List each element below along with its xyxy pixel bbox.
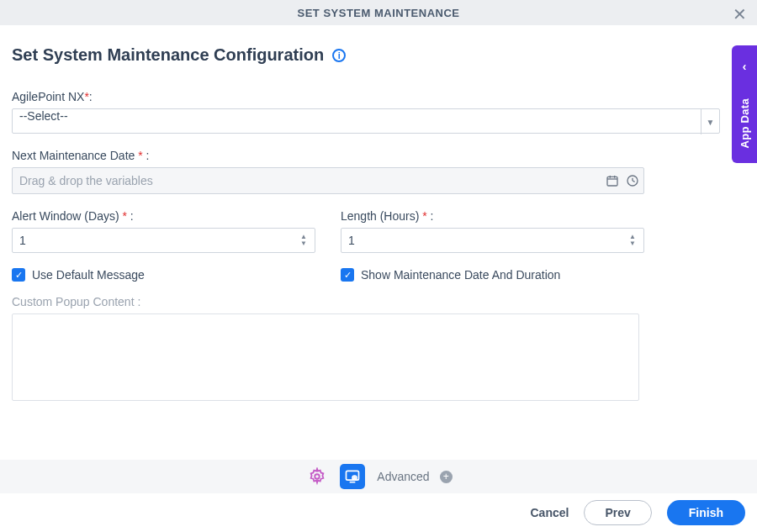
next-date-input[interactable]: Drag & drop the variables xyxy=(12,167,644,194)
dialog-header: SET SYSTEM MAINTENANCE ✕ xyxy=(0,0,757,25)
clock-icon[interactable] xyxy=(625,173,640,188)
step-system-icon[interactable] xyxy=(340,464,365,489)
cancel-button[interactable]: Cancel xyxy=(530,506,569,519)
spinner-down-icon[interactable]: ▼ xyxy=(629,240,641,247)
info-icon[interactable]: i xyxy=(332,49,346,62)
length-field: Length (Hours) * : ▲ ▼ xyxy=(341,209,644,253)
page-heading: Set System Maintenance Configuration i xyxy=(12,45,745,65)
use-default-field: ✓ Use Default Message xyxy=(12,268,315,282)
show-duration-checkbox[interactable]: ✓ xyxy=(341,268,354,282)
svg-point-10 xyxy=(315,474,320,479)
page-title: Set System Maintenance Configuration xyxy=(12,45,324,65)
app-data-side-tab[interactable]: ‹ App Data xyxy=(732,45,757,163)
alert-window-input[interactable] xyxy=(12,228,315,253)
agilepoint-select-value: --Select-- xyxy=(19,109,68,123)
finish-button[interactable]: Finish xyxy=(667,500,745,525)
side-tab-label: App Data xyxy=(738,98,751,148)
next-date-label: Next Maintenance Date * : xyxy=(12,149,745,162)
use-default-checkbox[interactable]: ✓ xyxy=(12,268,25,282)
show-duration-label: Show Maintenance Date And Duration xyxy=(361,268,560,282)
next-date-placeholder: Drag & drop the variables xyxy=(19,174,605,187)
dialog-title: SET SYSTEM MAINTENANCE xyxy=(297,7,459,19)
custom-popup-field: Custom Popup Content : xyxy=(12,295,745,403)
custom-popup-textarea[interactable] xyxy=(12,313,639,401)
alert-window-spinners: ▲ ▼ xyxy=(300,229,312,251)
advanced-add-button[interactable]: + xyxy=(440,471,453,483)
svg-rect-0 xyxy=(607,176,617,186)
length-input[interactable] xyxy=(341,228,644,253)
stepper-bar: Advanced + xyxy=(0,460,757,493)
length-label: Length (Hours) * : xyxy=(341,209,644,223)
show-duration-field: ✓ Show Maintenance Date And Duration xyxy=(341,268,644,282)
use-default-label: Use Default Message xyxy=(32,268,145,282)
close-icon[interactable]: ✕ xyxy=(733,4,747,24)
svg-line-9 xyxy=(633,181,635,182)
alert-window-field: Alert Window (Days) * : ▲ ▼ xyxy=(12,209,315,253)
alert-window-label: Alert Window (Days) * : xyxy=(12,209,315,223)
svg-point-14 xyxy=(354,477,356,479)
numeric-row: Alert Window (Days) * : ▲ ▼ Length (Hour… xyxy=(12,209,644,253)
next-date-field: Next Maintenance Date * : Drag & drop th… xyxy=(12,149,745,194)
custom-popup-label: Custom Popup Content : xyxy=(12,295,745,308)
chevron-left-icon: ‹ xyxy=(743,60,747,73)
length-spinners: ▲ ▼ xyxy=(629,229,641,251)
chevron-down-icon: ▼ xyxy=(701,109,719,134)
prev-button[interactable]: Prev xyxy=(584,500,651,525)
checkbox-row: ✓ Use Default Message ✓ Show Maintenance… xyxy=(12,268,644,282)
advanced-label: Advanced xyxy=(377,470,429,483)
footer: Cancel Prev Finish xyxy=(0,493,757,532)
step-settings-icon[interactable] xyxy=(304,464,330,489)
agilepoint-field: AgilePoint NX*: --Select-- ▼ + xyxy=(12,90,745,134)
content-area: Set System Maintenance Configuration i A… xyxy=(0,25,757,403)
agilepoint-label: AgilePoint NX*: xyxy=(12,90,745,103)
calendar-icon[interactable] xyxy=(605,173,620,188)
agilepoint-select[interactable]: --Select-- ▼ xyxy=(12,108,720,134)
spinner-down-icon[interactable]: ▼ xyxy=(300,240,312,247)
